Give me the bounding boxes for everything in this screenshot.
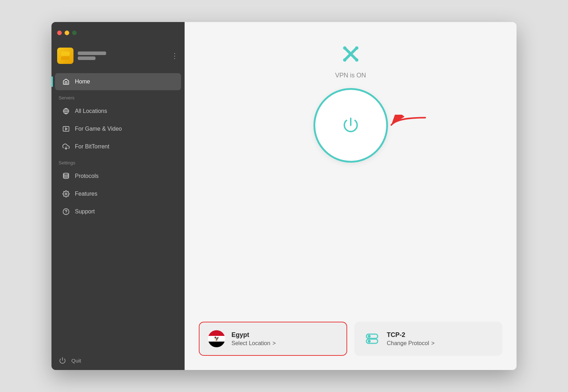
quit-label: Quit xyxy=(71,358,81,364)
quit-button[interactable]: Quit xyxy=(51,351,185,370)
sidebar-item-all-locations-label: All Locations xyxy=(75,108,107,114)
sidebar-item-features-label: Features xyxy=(75,191,97,197)
svg-marker-4 xyxy=(65,128,67,130)
sidebar-item-protocols-label: Protocols xyxy=(75,173,99,179)
sidebar-item-home-label: Home xyxy=(75,78,90,85)
svg-point-13 xyxy=(343,46,346,49)
main-content: VPN is ON xyxy=(185,22,517,370)
gear-icon xyxy=(62,190,70,198)
sidebar-item-bittorrent-label: For BitTorrent xyxy=(75,143,109,150)
flag-black-stripe xyxy=(208,342,225,347)
protocol-action: Change Protocol > xyxy=(387,340,493,347)
flag-white-stripe: 🦅 xyxy=(208,336,225,342)
sidebar-item-home[interactable]: Home xyxy=(55,73,181,90)
user-info xyxy=(78,51,106,60)
protocol-chevron: > xyxy=(431,340,435,347)
minimize-button[interactable] xyxy=(65,31,69,35)
help-icon xyxy=(62,208,70,216)
svg-point-16 xyxy=(343,58,346,61)
globe-icon xyxy=(62,107,70,115)
power-ring xyxy=(315,90,386,161)
download-icon xyxy=(62,143,70,151)
svg-point-14 xyxy=(355,58,358,61)
username-placeholder xyxy=(78,51,106,55)
svg-rect-3 xyxy=(63,126,69,131)
bottom-cards: 🦅 Egypt Select Location > xyxy=(199,322,502,356)
sidebar: ⋮ Home Servers xyxy=(51,22,185,370)
sidebar-item-support-label: Support xyxy=(75,208,95,215)
sidebar-item-protocols[interactable]: Protocols xyxy=(55,168,181,185)
svg-point-7 xyxy=(65,193,67,195)
sidebar-item-game-video[interactable]: For Game & Video xyxy=(55,120,181,137)
power-button[interactable] xyxy=(319,93,383,157)
settings-section-label: Settings xyxy=(51,156,185,167)
sidebar-item-bittorrent[interactable]: For BitTorrent xyxy=(55,138,181,155)
egypt-flag: 🦅 xyxy=(208,330,225,347)
home-icon xyxy=(62,78,70,86)
location-chevron: > xyxy=(272,340,275,347)
sidebar-item-all-locations[interactable]: All Locations xyxy=(55,103,181,120)
svg-rect-0 xyxy=(61,51,70,56)
protocol-name: TCP-2 xyxy=(387,331,493,339)
red-arrow-indicator xyxy=(386,115,429,132)
sidebar-item-game-video-label: For Game & Video xyxy=(75,126,122,132)
play-icon xyxy=(62,125,70,133)
location-card[interactable]: 🦅 Egypt Select Location > xyxy=(199,322,347,356)
nav-section: Home Servers All Locations xyxy=(51,70,185,351)
svg-point-20 xyxy=(368,335,371,338)
user-sub-placeholder xyxy=(78,56,95,60)
user-menu-button[interactable]: ⋮ xyxy=(171,51,179,60)
servers-section-label: Servers xyxy=(51,91,185,102)
layers-icon xyxy=(62,172,70,180)
svg-rect-1 xyxy=(61,56,70,60)
location-card-text: Egypt Select Location > xyxy=(231,331,338,347)
maximize-button[interactable] xyxy=(72,31,77,35)
sidebar-item-features[interactable]: Features xyxy=(55,185,181,202)
svg-point-15 xyxy=(355,46,358,49)
vpn-status-text: VPN is ON xyxy=(335,72,366,79)
quit-power-icon xyxy=(59,356,66,364)
protocol-card[interactable]: TCP-2 Change Protocol > xyxy=(354,322,503,356)
avatar xyxy=(57,48,73,64)
svg-point-21 xyxy=(368,340,371,343)
svg-point-6 xyxy=(64,173,69,175)
protocol-icon xyxy=(364,330,381,347)
titlebar xyxy=(51,22,185,43)
protocol-card-text: TCP-2 Change Protocol > xyxy=(387,331,493,347)
location-action: Select Location > xyxy=(231,340,338,347)
power-button-container xyxy=(315,90,386,161)
location-country: Egypt xyxy=(231,331,338,339)
flag-red-stripe xyxy=(208,330,225,336)
vpn-logo xyxy=(340,43,361,66)
close-button[interactable] xyxy=(57,31,62,35)
user-section: ⋮ xyxy=(51,43,185,70)
sidebar-item-support[interactable]: Support xyxy=(55,203,181,220)
